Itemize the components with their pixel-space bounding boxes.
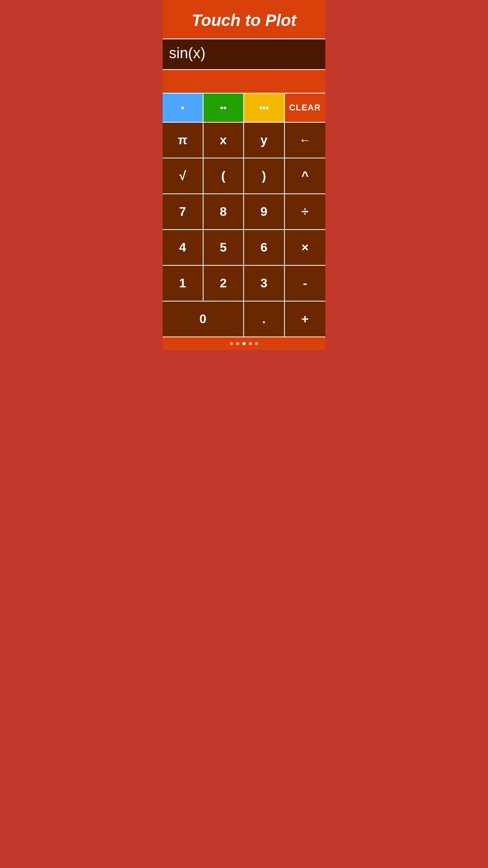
key-power[interactable]: ^ [285, 158, 326, 193]
preview-area [163, 70, 325, 94]
clear-button[interactable]: CLEAR [285, 94, 326, 122]
key-backspace[interactable]: ← [285, 123, 326, 158]
keypad-row-3: 7 8 9 ÷ [163, 194, 325, 230]
page-dot-3[interactable] [242, 342, 246, 345]
key-divide[interactable]: ÷ [285, 194, 326, 229]
app-title: Touch to Plot [171, 11, 317, 30]
key-9[interactable]: 9 [244, 194, 285, 229]
page-dot-5[interactable] [255, 342, 258, 345]
keypad-row-last: 0 . + [163, 302, 325, 337]
key-0[interactable]: 0 [163, 302, 244, 337]
page-indicators [163, 337, 325, 350]
key-8[interactable]: 8 [204, 194, 244, 229]
app-container: Touch to Plot sin(x) • •• ••• CLEAR π x … [163, 0, 325, 350]
display-area[interactable]: sin(x) [163, 39, 325, 70]
keypad-row-4: 4 5 6 × [163, 230, 325, 266]
key-sqrt[interactable]: √ [163, 158, 204, 193]
keypad-row-2: √ ( ) ^ [163, 158, 325, 194]
key-dot[interactable]: . [244, 302, 285, 337]
key-7[interactable]: 7 [163, 194, 204, 229]
function-row: • •• ••• CLEAR [163, 94, 325, 123]
key-pi[interactable]: π [163, 123, 204, 158]
key-lparen[interactable]: ( [204, 158, 244, 193]
keypad: π x y ← √ ( ) ^ 7 8 9 ÷ 4 5 6 × 1 [163, 123, 325, 337]
page-dot-4[interactable] [249, 342, 252, 345]
key-2[interactable]: 2 [204, 266, 244, 301]
key-6[interactable]: 6 [244, 230, 285, 265]
function-btn-3[interactable]: ••• [244, 94, 285, 122]
key-1[interactable]: 1 [163, 266, 204, 301]
key-rparen[interactable]: ) [244, 158, 285, 193]
page-dot-2[interactable] [236, 342, 239, 345]
key-x[interactable]: x [204, 123, 244, 158]
key-multiply[interactable]: × [285, 230, 326, 265]
function-btn-2[interactable]: •• [204, 94, 244, 122]
page-dot-1[interactable] [230, 342, 233, 345]
app-header: Touch to Plot [163, 0, 325, 39]
key-plus[interactable]: + [285, 302, 326, 337]
key-3[interactable]: 3 [244, 266, 285, 301]
function-btn-1[interactable]: • [163, 94, 204, 122]
keypad-row-1: π x y ← [163, 123, 325, 158]
key-y[interactable]: y [244, 123, 285, 158]
keypad-row-5: 1 2 3 - [163, 266, 325, 302]
expression-display: sin(x) [169, 45, 319, 64]
key-4[interactable]: 4 [163, 230, 204, 265]
key-minus[interactable]: - [285, 266, 326, 301]
key-5[interactable]: 5 [204, 230, 244, 265]
